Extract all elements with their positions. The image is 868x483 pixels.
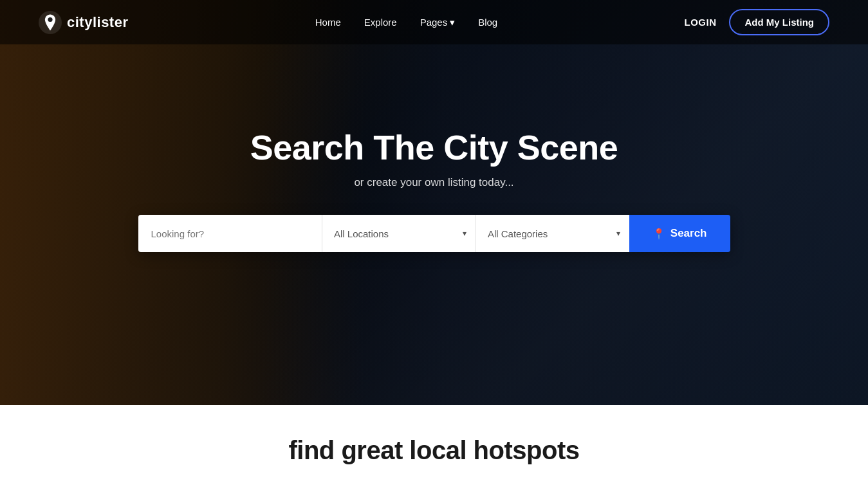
nav-blog[interactable]: Blog [478,17,497,28]
search-button-label: Search [670,227,707,240]
svg-point-1 [48,17,52,21]
nav-pages[interactable]: Pages [420,17,456,28]
nav-links: Home Explore Pages Blog [315,17,497,28]
pages-chevron-icon [450,17,455,28]
bottom-section: find great local hotspots [0,405,868,483]
search-input-wrapper [138,215,322,252]
brand-logo-link[interactable]: citylister [39,11,129,34]
search-bar: All Locations New York Los Angeles Chica… [138,215,730,252]
search-input[interactable] [138,215,322,252]
nav-home[interactable]: Home [315,17,341,28]
location-select[interactable]: All Locations New York Los Angeles Chica… [322,215,476,252]
hero-subtitle: or create your own listing today... [13,176,855,189]
hero-title: Search The City Scene [13,127,855,167]
navbar: citylister Home Explore Pages Blog LOGIN… [0,0,868,44]
location-select-wrapper: All Locations New York Los Angeles Chica… [322,215,476,252]
category-select[interactable]: All Categories Restaurants Hotels Nightl… [476,215,629,252]
login-link[interactable]: LOGIN [684,17,716,28]
search-button[interactable]: 📍 Search [629,215,730,252]
category-select-wrapper: All Categories Restaurants Hotels Nightl… [476,215,629,252]
bottom-title: find great local hotspots [289,436,580,465]
hero-content: Search The City Scene or create your own… [0,127,868,252]
navbar-actions: LOGIN Add My Listing [684,9,829,35]
add-listing-button[interactable]: Add My Listing [729,9,829,35]
brand-name: citylister [67,14,129,31]
nav-explore[interactable]: Explore [364,17,397,28]
brand-logo-icon [39,11,62,34]
hero-section: Search The City Scene or create your own… [0,0,868,405]
search-pin-icon: 📍 [652,228,665,240]
